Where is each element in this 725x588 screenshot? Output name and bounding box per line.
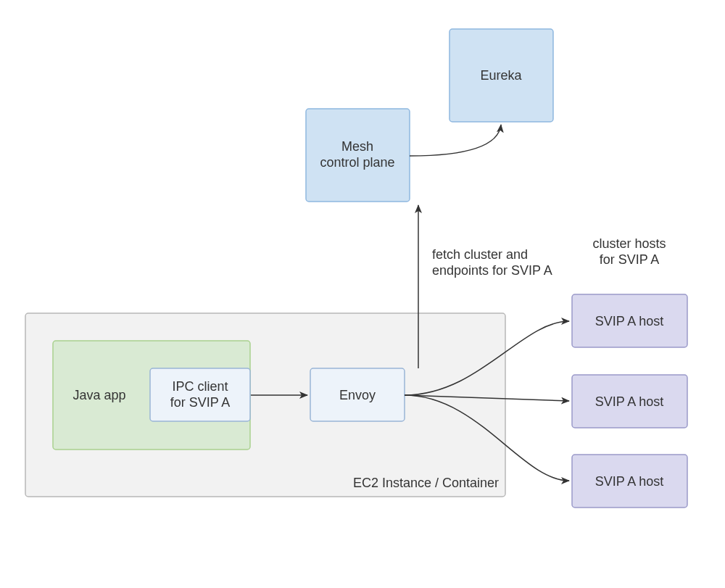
svip-host-3-label: SVIP A host [595, 474, 664, 489]
eureka-label: Eureka [480, 68, 522, 83]
mesh-control-plane-label-2: control plane [320, 155, 394, 170]
fetch-label-2: endpoints for SVIP A [432, 263, 552, 278]
cluster-hosts-label-1: cluster hosts [592, 236, 666, 251]
svip-host-2-label: SVIP A host [595, 394, 664, 409]
java-app-label: Java app [72, 388, 125, 402]
arrow-mesh-to-eureka [410, 125, 501, 156]
mesh-control-plane-label-1: Mesh [341, 139, 373, 154]
ipc-client-label-2: for SVIP A [170, 395, 231, 410]
ipc-client-label-1: IPC client [172, 379, 228, 394]
svip-host-1-label: SVIP A host [595, 314, 664, 328]
cluster-hosts-label-2: for SVIP A [600, 252, 660, 267]
fetch-label-1: fetch cluster and [432, 247, 528, 262]
ec2-container-label: EC2 Instance / Container [353, 476, 499, 490]
envoy-label: Envoy [339, 388, 376, 402]
